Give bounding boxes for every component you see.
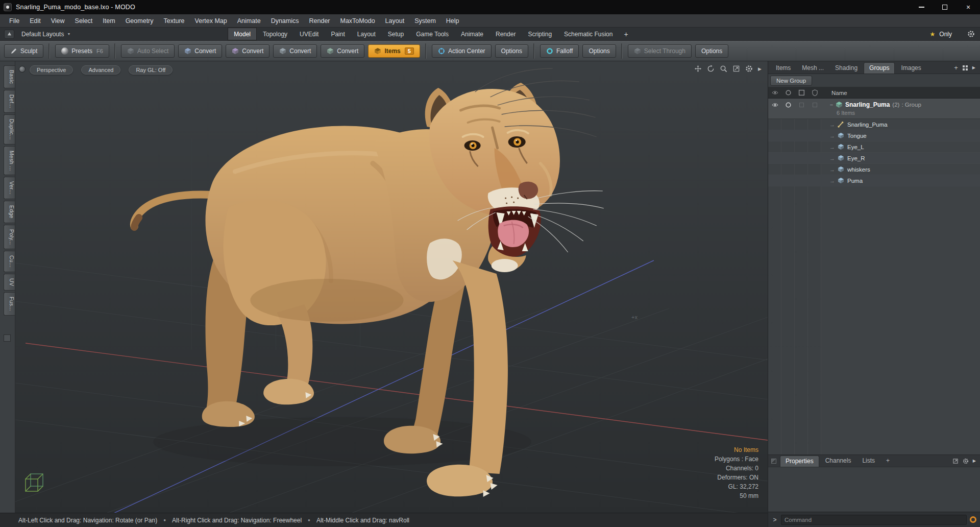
- add-properties-tab-button[interactable]: +: [881, 456, 895, 466]
- panel-grid-icon[interactable]: [962, 65, 968, 71]
- viewport-flyout-icon[interactable]: ▶: [758, 66, 762, 71]
- viewport-gear-icon[interactable]: [745, 65, 753, 73]
- menu-file[interactable]: File: [4, 14, 24, 27]
- minimize-button[interactable]: [910, 0, 933, 14]
- layout-tab-paint[interactable]: Paint: [325, 28, 351, 40]
- menu-animate[interactable]: Animate: [232, 14, 266, 27]
- tab-shading[interactable]: Shading: [830, 63, 863, 74]
- add-panel-tab-button[interactable]: +: [954, 64, 958, 71]
- layout-tab-model[interactable]: Model: [228, 28, 257, 40]
- tab-groups[interactable]: Groups: [864, 62, 895, 74]
- only-toggle[interactable]: Only: [939, 31, 952, 38]
- layout-tab-uvedit[interactable]: UVEdit: [293, 28, 325, 40]
- group-item-eye-l[interactable]: → Eye_L: [768, 141, 980, 153]
- group-item-snarling-puma[interactable]: → Snarling_Puma: [768, 119, 980, 130]
- tab-properties[interactable]: Properties: [780, 456, 819, 467]
- name-column-header[interactable]: Name: [831, 90, 847, 96]
- tab-items[interactable]: Items: [771, 63, 796, 74]
- 3d-viewport[interactable]: Perspective Advanced Ray GL: Off ▶ +x: [15, 61, 768, 513]
- left-tab-mesh[interactable]: Mesh ...: [4, 146, 15, 176]
- layout-tab-layout[interactable]: Layout: [351, 28, 382, 40]
- left-tab-fusion[interactable]: Fus...: [4, 292, 15, 316]
- command-history-icon[interactable]: [970, 516, 976, 523]
- menu-render[interactable]: Render: [304, 14, 335, 27]
- menu-layout[interactable]: Layout: [380, 14, 410, 27]
- left-tab-uv[interactable]: UV: [4, 274, 15, 291]
- maximize-viewport-icon[interactable]: [732, 65, 740, 73]
- left-tab-basic[interactable]: Basic: [4, 65, 15, 88]
- menu-help[interactable]: Help: [441, 14, 464, 27]
- tab-lists[interactable]: Lists: [857, 456, 880, 466]
- menu-select[interactable]: Select: [70, 14, 98, 27]
- tab-channels[interactable]: Channels: [820, 456, 856, 466]
- group-item-eye-r[interactable]: → Eye_R: [768, 153, 980, 164]
- tab-images[interactable]: Images: [896, 63, 926, 74]
- select-through-options-button[interactable]: Options: [695, 44, 728, 58]
- palette-handle[interactable]: [4, 334, 11, 342]
- items-mode-button[interactable]: Items 5: [368, 44, 420, 58]
- left-tab-polygon[interactable]: Poly...: [4, 225, 15, 250]
- menu-item[interactable]: Item: [97, 14, 120, 27]
- layout-tab-animate[interactable]: Animate: [455, 28, 489, 40]
- group-row-snarling-puma[interactable]: − Snarling_Puma (2) : Group 6 Items: [768, 99, 980, 119]
- new-group-button[interactable]: New Group: [770, 76, 812, 86]
- render-toggle-icon[interactable]: [785, 102, 792, 108]
- convert-button-1[interactable]: Convert: [178, 44, 222, 58]
- left-tab-deform[interactable]: Def...: [4, 90, 15, 113]
- convert-button-3[interactable]: Convert: [273, 44, 317, 58]
- close-button[interactable]: ×: [957, 0, 980, 14]
- star-icon[interactable]: ★: [930, 31, 936, 38]
- presets-button[interactable]: Presets F6: [55, 44, 109, 58]
- left-tab-edge[interactable]: Edge: [4, 201, 15, 223]
- group-item-whiskers[interactable]: → whiskers: [768, 164, 980, 175]
- layout-tab-scripting[interactable]: Scripting: [522, 28, 558, 40]
- menu-edit[interactable]: Edit: [24, 14, 46, 27]
- eye-icon[interactable]: [772, 102, 778, 108]
- pan-icon[interactable]: [694, 65, 702, 73]
- command-prompt[interactable]: >: [772, 516, 778, 523]
- menu-texture[interactable]: Texture: [159, 14, 190, 27]
- raygl-button[interactable]: Ray GL: Off: [129, 65, 173, 75]
- orbit-icon[interactable]: [707, 65, 715, 73]
- convert-button-2[interactable]: Convert: [226, 44, 270, 58]
- group-item-tongue[interactable]: → Tongue: [768, 130, 980, 141]
- left-tab-duplicate[interactable]: Duplic...: [4, 114, 15, 145]
- falloff-button[interactable]: Falloff: [540, 44, 579, 58]
- convert-button-4[interactable]: Convert: [321, 44, 364, 58]
- add-layout-tab-button[interactable]: +: [619, 28, 633, 40]
- layouts-up-button[interactable]: [4, 30, 14, 39]
- left-tab-vertex[interactable]: Ver...: [4, 177, 15, 199]
- zoom-icon[interactable]: [720, 65, 727, 73]
- maximize-button[interactable]: [933, 0, 957, 14]
- layout-tab-render[interactable]: Render: [489, 28, 522, 40]
- select-through-button[interactable]: Select Through: [628, 44, 692, 58]
- menu-system[interactable]: System: [409, 14, 441, 27]
- left-tab-curves[interactable]: Cu...: [4, 251, 15, 272]
- group-item-puma[interactable]: → Puma: [768, 175, 980, 186]
- default-layouts-dropdown[interactable]: Default Layouts ▼: [17, 31, 75, 38]
- collapse-expander[interactable]: −: [828, 102, 835, 108]
- falloff-options-button[interactable]: Options: [582, 44, 616, 58]
- action-center-options-button[interactable]: Options: [495, 44, 528, 58]
- menu-geometry[interactable]: Geometry: [120, 14, 159, 27]
- action-center-button[interactable]: Action Center: [432, 44, 492, 58]
- panel-corner-icon[interactable]: [771, 459, 776, 464]
- layout-tab-game-tools[interactable]: Game Tools: [410, 28, 455, 40]
- auto-select-button[interactable]: Auto Select: [121, 44, 175, 58]
- layout-tab-topology[interactable]: Topology: [257, 28, 293, 40]
- command-input[interactable]: [781, 515, 967, 525]
- resize-icon[interactable]: [952, 458, 959, 464]
- advanced-button[interactable]: Advanced: [81, 65, 120, 75]
- menu-dynamics[interactable]: Dynamics: [266, 14, 304, 27]
- properties-flyout-icon[interactable]: ▶: [973, 459, 976, 463]
- menu-view[interactable]: View: [46, 14, 70, 27]
- layout-tab-schematic-fusion[interactable]: Schematic Fusion: [558, 28, 619, 40]
- menu-maxtomodo[interactable]: MaxToModo: [335, 14, 380, 27]
- gear-icon[interactable]: [967, 30, 975, 38]
- viewport-thumb-widget[interactable]: [19, 66, 26, 73]
- toggle-box[interactable]: [799, 103, 804, 107]
- tab-mesh[interactable]: Mesh ...: [797, 63, 829, 74]
- sculpt-button[interactable]: Sculpt: [4, 44, 43, 58]
- properties-gear-icon[interactable]: [963, 458, 969, 464]
- panel-flyout-icon[interactable]: ▶: [972, 65, 975, 70]
